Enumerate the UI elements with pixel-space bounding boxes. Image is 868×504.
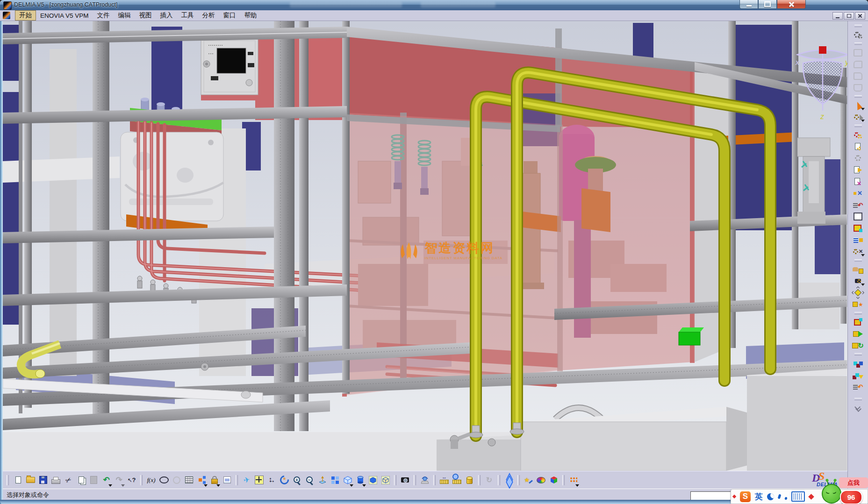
normal-view-button[interactable] bbox=[316, 473, 329, 487]
menu-item-tools[interactable]: 工具 bbox=[177, 10, 198, 21]
more-tools-chevron-icon[interactable] bbox=[852, 402, 865, 414]
ime-punctuation-icon[interactable] bbox=[778, 494, 782, 499]
tree-document-icon[interactable] bbox=[852, 234, 865, 246]
frame-annotation-icon[interactable] bbox=[852, 211, 865, 222]
apply-material-button[interactable]: ★ bbox=[522, 473, 535, 487]
mdi-restore-button[interactable] bbox=[844, 12, 854, 20]
design-table-button[interactable] bbox=[183, 473, 195, 487]
camera-button[interactable] bbox=[399, 473, 411, 487]
close-button[interactable] bbox=[777, 0, 806, 9]
gears-xn-icon[interactable]: ✕ bbox=[852, 246, 865, 257]
grab-boxes-icon[interactable] bbox=[852, 263, 865, 275]
menu-item-start[interactable]: 开始 bbox=[15, 10, 36, 21]
whats-this-button[interactable]: ↖? bbox=[125, 473, 138, 487]
machining-1-icon[interactable] bbox=[852, 47, 865, 58]
menu-item-edit[interactable]: 编辑 bbox=[114, 10, 135, 21]
menu-item-view[interactable]: 视图 bbox=[135, 10, 156, 21]
title-bar[interactable]: DELMIA V5 - [zongzhuang.CATProduct] bbox=[0, 0, 868, 10]
gear-camera-icon[interactable] bbox=[852, 275, 865, 287]
measure-between-button[interactable]: ↔ bbox=[438, 473, 451, 487]
machining-4-icon[interactable] bbox=[852, 82, 865, 93]
open-button[interactable] bbox=[24, 473, 37, 487]
delete-marker-icon[interactable]: ✕ bbox=[852, 187, 865, 199]
menu-item-help[interactable]: 帮助 bbox=[240, 10, 261, 21]
named-views-button[interactable] bbox=[354, 473, 366, 487]
structure-tree-button[interactable] bbox=[195, 473, 208, 487]
undo-button[interactable]: ↶ bbox=[100, 473, 113, 487]
rgb-cube-button[interactable] bbox=[547, 473, 560, 487]
machining-2-icon[interactable] bbox=[852, 58, 865, 70]
menu-item-analyze[interactable]: 分析 bbox=[198, 10, 219, 21]
gear-select-icon[interactable] bbox=[852, 111, 865, 123]
list-undo-icon[interactable]: ↶ bbox=[852, 199, 865, 211]
window-flag-icon[interactable] bbox=[852, 222, 865, 234]
box-star-icon[interactable]: ★ bbox=[852, 298, 865, 310]
gear-document-icon[interactable] bbox=[852, 141, 865, 152]
menu-item-window[interactable]: 窗口 bbox=[219, 10, 240, 21]
export-document-icon[interactable] bbox=[852, 164, 865, 176]
assistant-mascot[interactable] bbox=[822, 484, 841, 504]
compass-handle[interactable] bbox=[819, 46, 826, 54]
menu-item-insert[interactable]: 插入 bbox=[156, 10, 177, 21]
layers-button[interactable] bbox=[502, 473, 515, 487]
fly-mode-button[interactable]: ✈ bbox=[240, 473, 253, 487]
zoom-in-button[interactable]: + bbox=[291, 473, 303, 487]
swap-tree-2-icon[interactable] bbox=[852, 369, 865, 381]
paste-button[interactable] bbox=[87, 473, 100, 487]
engine-block-casting[interactable] bbox=[121, 132, 223, 221]
update-button[interactable]: ↻ bbox=[483, 473, 495, 487]
comment-button[interactable] bbox=[158, 473, 170, 487]
explode-view-icon[interactable] bbox=[852, 287, 865, 298]
cut-button[interactable]: ✂ bbox=[62, 473, 75, 487]
gears-colored-icon[interactable] bbox=[852, 129, 865, 141]
mdi-close-button[interactable] bbox=[855, 12, 865, 20]
notification-badge[interactable]: 96 bbox=[840, 490, 862, 504]
rotate-button[interactable] bbox=[278, 473, 291, 487]
sim-marker-icon[interactable] bbox=[852, 316, 865, 328]
gear-plain-icon[interactable] bbox=[852, 152, 865, 164]
new-document-button[interactable] bbox=[12, 473, 24, 487]
3d-viewport[interactable]: x y z 智造资料网 INTELLIGENT MANUFACTURING DA… bbox=[3, 21, 847, 471]
print-button[interactable] bbox=[50, 473, 62, 487]
redo-button[interactable]: ↷ bbox=[113, 473, 125, 487]
swap-tree-1-icon[interactable] bbox=[852, 357, 865, 369]
cad-scene[interactable]: x y z bbox=[3, 21, 847, 471]
export-cross-icon[interactable]: ✕ bbox=[852, 176, 865, 187]
shaded-view-button[interactable] bbox=[366, 473, 379, 487]
wireframe-view-button[interactable] bbox=[379, 473, 392, 487]
knowledge-button[interactable] bbox=[170, 473, 183, 487]
ime-language-toggle[interactable]: 英 bbox=[755, 491, 763, 502]
lock-button[interactable] bbox=[208, 473, 221, 487]
mdi-minimize-button[interactable] bbox=[832, 12, 843, 20]
save-button[interactable] bbox=[37, 473, 50, 487]
rules-check-button[interactable] bbox=[221, 473, 233, 487]
ime-favorite-icon[interactable] bbox=[808, 494, 814, 500]
menu-item-enovia[interactable]: ENOVIA V5 VPM bbox=[36, 11, 93, 20]
process-gears-icon[interactable] bbox=[852, 29, 865, 41]
control-panel-box[interactable] bbox=[201, 38, 258, 95]
maximize-button[interactable] bbox=[758, 0, 777, 9]
formula-button[interactable]: f(x) bbox=[145, 473, 158, 487]
right-gray-box[interactable] bbox=[747, 369, 847, 471]
sogou-logo-icon[interactable]: S bbox=[740, 491, 751, 502]
zoom-out-button[interactable]: − bbox=[303, 473, 316, 487]
copy-button[interactable] bbox=[75, 473, 87, 487]
green-sensor-block[interactable] bbox=[679, 327, 704, 345]
toolbar-drag-handle[interactable] bbox=[7, 475, 9, 485]
sim-loop-icon[interactable]: ↻ bbox=[852, 340, 865, 351]
select-cursor-icon[interactable] bbox=[852, 99, 865, 111]
quad-view-button[interactable] bbox=[329, 473, 341, 487]
toolbar-drag-handle[interactable] bbox=[854, 25, 862, 27]
turntable-button[interactable] bbox=[418, 473, 431, 487]
large-gray-box[interactable] bbox=[521, 407, 753, 471]
measure-inertia-button[interactable] bbox=[463, 473, 476, 487]
graphic-properties-button[interactable] bbox=[535, 473, 547, 487]
night-mode-icon[interactable] bbox=[767, 493, 774, 500]
grid-options-button[interactable] bbox=[567, 473, 580, 487]
minimize-button[interactable] bbox=[739, 0, 758, 9]
list-undo-2-icon[interactable]: ↶ bbox=[852, 381, 865, 392]
fit-all-in-button[interactable] bbox=[253, 473, 265, 487]
measure-item-button[interactable] bbox=[451, 473, 463, 487]
virtual-keyboard-icon[interactable] bbox=[791, 491, 805, 502]
menu-item-file[interactable]: 文件 bbox=[93, 10, 114, 21]
